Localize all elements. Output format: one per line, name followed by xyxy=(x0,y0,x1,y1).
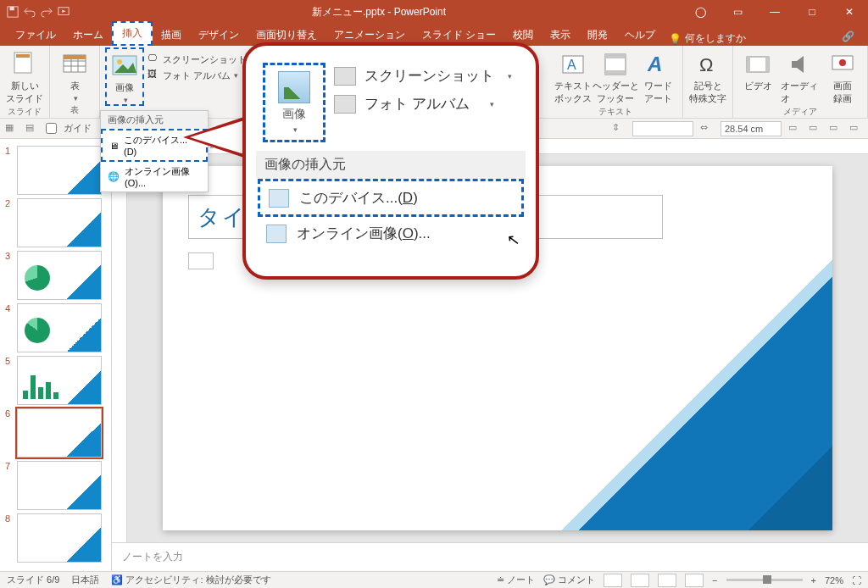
status-bar: スライド 6/9 日本語 ♿ アクセシビリティ: 検討が必要です ≐ ノート 💬… xyxy=(0,571,868,588)
zoom-in[interactable]: + xyxy=(811,575,816,585)
screenshot-button[interactable]: 🖵スクリーンショット▾ xyxy=(147,53,254,66)
undo-icon[interactable] xyxy=(24,6,36,18)
callout-screenshot[interactable]: スクリーンショット▾ xyxy=(334,66,512,86)
start-slideshow-icon[interactable] xyxy=(58,6,70,18)
tell-me[interactable]: 💡何をしますか xyxy=(669,31,746,46)
screenshot-icon xyxy=(334,67,356,86)
tab-draw[interactable]: 描画 xyxy=(153,25,190,46)
picture-button[interactable]: 画像▾ xyxy=(105,47,144,106)
width-input[interactable]: 28.54 cm xyxy=(721,121,782,136)
thumbnail-1[interactable] xyxy=(17,146,102,195)
tab-design[interactable]: デザイン xyxy=(190,25,248,46)
svg-rect-1 xyxy=(10,7,14,10)
align-icon-4[interactable]: ▭ xyxy=(849,122,863,136)
screen-recording-button[interactable]: 画面 録画 xyxy=(823,47,862,105)
align-icon[interactable]: ▭ xyxy=(788,122,802,136)
callout-online-pictures[interactable]: オンライン画像(O)... xyxy=(258,217,524,250)
align-icon-2[interactable]: ▭ xyxy=(809,122,822,136)
thumbnail-8[interactable] xyxy=(17,513,102,563)
device-icon: 🖥 xyxy=(109,141,119,151)
vertical-ruler xyxy=(112,154,127,542)
group-symbols: Ω記号と 特殊文字 xyxy=(683,46,733,118)
mouse-cursor-icon: ↖ xyxy=(506,230,521,250)
thumbnail-4[interactable] xyxy=(17,303,102,352)
tab-file[interactable]: ファイル xyxy=(7,25,64,46)
notes-button[interactable]: ≐ ノート xyxy=(497,574,535,586)
window-controls: ◯ ▭ — □ ✕ xyxy=(682,0,868,24)
header-footer-button[interactable]: ヘッダーと フッター xyxy=(596,47,635,105)
grid-icon-2[interactable]: ▤ xyxy=(25,122,39,136)
group-slides: 新しい スライド スライド xyxy=(0,46,50,118)
grid-icon[interactable]: ▦ xyxy=(5,122,19,136)
guide-label: ガイド xyxy=(64,122,92,135)
fit-to-window[interactable]: ⛶ xyxy=(852,575,861,585)
language-indicator[interactable]: 日本語 xyxy=(71,574,99,586)
guide-checkbox[interactable] xyxy=(46,123,57,134)
photo-album-button[interactable]: 🖼フォト アルバム▾ xyxy=(147,69,254,82)
audio-button[interactable]: オーディオ xyxy=(781,47,820,105)
zoom-slider[interactable] xyxy=(726,579,803,581)
table-button[interactable]: 表▾ xyxy=(55,47,94,103)
video-button[interactable]: ビデオ xyxy=(738,47,777,92)
close-button[interactable]: ✕ xyxy=(831,0,868,24)
comments-button[interactable]: 💬 コメント xyxy=(543,574,595,586)
svg-rect-4 xyxy=(16,54,30,58)
slideshow-view-button[interactable] xyxy=(685,574,704,587)
tab-help[interactable]: ヘルプ xyxy=(616,25,664,46)
align-icon-3[interactable]: ▭ xyxy=(829,122,843,136)
normal-view-button[interactable] xyxy=(604,574,622,587)
callout-photo-album[interactable]: フォト アルバム▾ xyxy=(334,94,512,114)
reading-view-button[interactable] xyxy=(658,574,676,587)
share-button[interactable]: 🔗 xyxy=(835,27,861,46)
tab-insert[interactable]: 挿入 xyxy=(112,21,153,46)
globe-icon: 🌐 xyxy=(108,171,120,182)
device-icon xyxy=(269,189,289,208)
wordart-button[interactable]: Aワード アート xyxy=(638,47,677,105)
insert-online-pictures[interactable]: 🌐オンライン画像(O)... xyxy=(101,162,208,191)
height-input[interactable] xyxy=(632,121,693,136)
content-placeholder[interactable] xyxy=(188,252,214,269)
tab-developer[interactable]: 開発 xyxy=(579,25,616,46)
thumbnail-7[interactable] xyxy=(17,461,102,510)
textbox-button[interactable]: Aテキスト ボックス xyxy=(554,47,593,105)
new-slide-button[interactable]: 新しい スライド xyxy=(5,47,44,105)
group-tables: 表▾ 表 xyxy=(50,46,100,118)
account-icon[interactable]: ◯ xyxy=(682,0,719,24)
svg-rect-10 xyxy=(64,55,86,59)
wordart-icon: A xyxy=(644,51,671,78)
symbol-button[interactable]: Ω記号と 特殊文字 xyxy=(688,47,727,105)
minimize-button[interactable]: — xyxy=(756,0,793,24)
screenshot-icon: 🖵 xyxy=(147,53,161,66)
svg-text:Ω: Ω xyxy=(699,54,713,75)
notes-pane[interactable]: ノートを入力 xyxy=(112,542,868,571)
thumbnail-2[interactable] xyxy=(17,198,102,247)
slide-thumbnails: 1 2 3 4 5 6 7 8 xyxy=(0,139,112,571)
group-media: ビデオ オーディオ 画面 録画 メディア xyxy=(733,46,868,118)
thumbnail-6[interactable] xyxy=(17,408,102,458)
sorter-view-button[interactable] xyxy=(631,574,649,587)
zoom-out[interactable]: − xyxy=(712,575,717,585)
tab-home[interactable]: ホーム xyxy=(64,25,112,46)
new-slide-icon xyxy=(11,51,38,78)
thumbnail-3[interactable] xyxy=(17,251,102,300)
accessibility-status[interactable]: ♿ アクセシビリティ: 検討が必要です xyxy=(111,574,270,586)
save-icon[interactable] xyxy=(7,6,19,18)
callout-menu-header: 画像の挿入元 xyxy=(256,151,526,179)
redo-icon[interactable] xyxy=(41,6,53,18)
thumbnail-5[interactable] xyxy=(17,356,102,405)
height-icon: ⇕ xyxy=(612,122,626,136)
callout-this-device[interactable]: このデバイス...(D) xyxy=(258,179,524,217)
svg-rect-19 xyxy=(605,54,626,58)
svg-rect-25 xyxy=(765,57,769,72)
ribbon-display-options[interactable]: ▭ xyxy=(719,0,756,24)
zoom-level[interactable]: 72% xyxy=(825,575,843,585)
audio-icon xyxy=(787,51,814,78)
video-icon xyxy=(744,51,771,78)
callout-picture-button[interactable]: 画像▾ xyxy=(263,63,326,142)
maximize-button[interactable]: □ xyxy=(793,0,831,24)
svg-text:A: A xyxy=(567,58,576,72)
group-images: 画像▾ 🖵スクリーンショット▾ 🖼フォト アルバム▾ xyxy=(100,46,260,118)
tab-view[interactable]: 表示 xyxy=(542,25,579,46)
svg-point-12 xyxy=(117,59,122,64)
photo-album-icon: 🖼 xyxy=(147,69,161,82)
